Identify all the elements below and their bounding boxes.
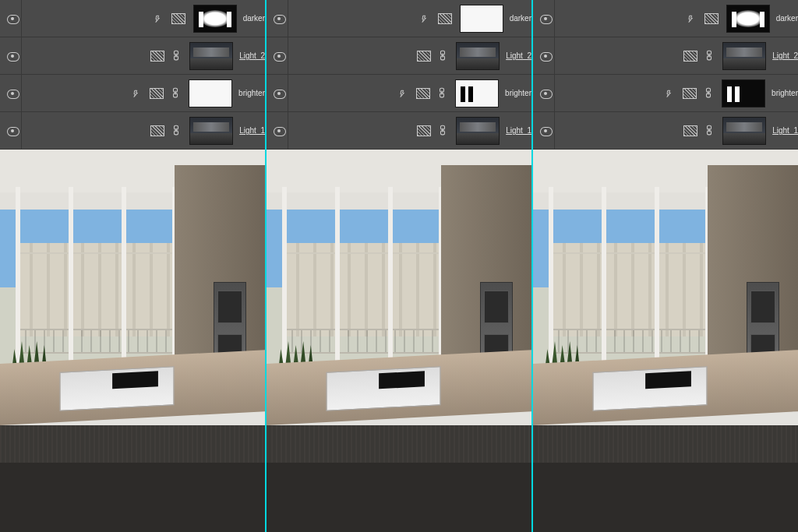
fx-icon[interactable]: [397, 89, 408, 98]
visibility-toggle[interactable]: [270, 112, 288, 149]
visibility-toggle[interactable]: [536, 0, 555, 37]
layers-panel: darkerLight_2brighterLight_1: [267, 0, 531, 150]
eye-icon: [540, 15, 551, 23]
link-icon[interactable]: [705, 125, 716, 137]
eye-icon: [274, 52, 284, 60]
layer-thumbnail[interactable]: [189, 42, 233, 70]
adjustment-icon[interactable]: [438, 13, 452, 24]
layer-row[interactable]: brighter: [533, 75, 798, 112]
visibility-toggle[interactable]: [3, 0, 22, 37]
layer-row[interactable]: Light_1: [0, 112, 265, 150]
layer-name[interactable]: Light_2: [506, 51, 531, 60]
adjustment-icon[interactable]: [416, 88, 430, 99]
visibility-toggle[interactable]: [536, 37, 555, 74]
link-icon[interactable]: [705, 50, 716, 62]
adjustment-icon[interactable]: [417, 125, 431, 136]
layer-row[interactable]: Light_2: [0, 37, 265, 75]
visibility-toggle[interactable]: [3, 112, 22, 149]
layer-row[interactable]: Light_1: [533, 112, 798, 150]
layer-thumbnail[interactable]: [722, 117, 766, 145]
eye-icon: [540, 127, 551, 135]
variant-column-2: darkerLight_2brighterLight_1: [267, 0, 531, 532]
layer-row[interactable]: Light_2: [533, 37, 798, 75]
visibility-toggle[interactable]: [3, 37, 22, 74]
layer-mask-thumbnail[interactable]: [460, 5, 503, 33]
fx-icon[interactable]: [419, 14, 430, 23]
adjustment-icon[interactable]: [150, 125, 164, 136]
link-icon[interactable]: [704, 87, 715, 100]
visibility-toggle[interactable]: [270, 75, 288, 111]
layer-name[interactable]: Light_1: [772, 126, 798, 135]
layers-panel: darkerLight_2brighterLight_1: [0, 0, 265, 150]
visibility-toggle[interactable]: [536, 75, 555, 111]
layer-row[interactable]: Light_1: [267, 112, 531, 150]
eye-icon: [274, 127, 284, 135]
kitchen-render: [533, 150, 798, 532]
layer-mask-thumbnail[interactable]: [189, 79, 232, 107]
layer-name[interactable]: Light_2: [772, 51, 798, 60]
eye-icon: [540, 90, 551, 97]
visibility-toggle[interactable]: [536, 112, 555, 149]
layer-row[interactable]: Light_2: [267, 37, 531, 75]
eye-icon: [540, 52, 551, 60]
layer-row[interactable]: darker: [267, 0, 531, 37]
visibility-toggle[interactable]: [270, 0, 288, 37]
adjustment-icon[interactable]: [417, 51, 431, 62]
layer-mask-thumbnail[interactable]: [726, 5, 770, 33]
link-icon[interactable]: [172, 125, 183, 137]
layer-row[interactable]: darker: [533, 0, 798, 37]
layer-name[interactable]: darker: [776, 14, 798, 23]
layer-thumbnail[interactable]: [456, 42, 500, 70]
fx-icon[interactable]: [686, 14, 697, 23]
eye-icon: [7, 15, 18, 23]
layer-name[interactable]: brighter: [505, 89, 531, 97]
variant-column-3: darkerLight_2brighterLight_1: [533, 0, 798, 532]
eye-icon: [7, 90, 18, 97]
layer-mask-thumbnail[interactable]: [722, 79, 765, 107]
adjustment-icon[interactable]: [704, 13, 719, 24]
fx-icon[interactable]: [664, 89, 675, 98]
layer-row[interactable]: brighter: [267, 75, 531, 112]
eye-icon: [274, 15, 284, 23]
layer-name[interactable]: Light_2: [239, 51, 265, 60]
visibility-toggle[interactable]: [3, 75, 22, 111]
kitchen-render: [0, 150, 265, 532]
layers-panel: darkerLight_2brighterLight_1: [533, 0, 798, 150]
layer-name[interactable]: Light_1: [239, 126, 265, 135]
layer-name[interactable]: Light_1: [506, 126, 531, 135]
adjustment-icon[interactable]: [150, 51, 164, 62]
layer-thumbnail[interactable]: [722, 42, 766, 70]
layer-name[interactable]: darker: [510, 14, 531, 23]
layer-thumbnail[interactable]: [456, 117, 500, 145]
link-icon[interactable]: [438, 87, 449, 100]
adjustment-icon[interactable]: [683, 51, 697, 62]
layer-name[interactable]: brighter: [772, 89, 798, 97]
adjustment-icon[interactable]: [683, 125, 697, 136]
link-icon[interactable]: [172, 50, 183, 62]
layer-mask-thumbnail[interactable]: [455, 79, 499, 107]
adjustment-icon[interactable]: [150, 88, 164, 99]
link-icon[interactable]: [439, 50, 450, 62]
eye-icon: [274, 90, 284, 97]
layer-thumbnail[interactable]: [189, 117, 233, 145]
adjustment-icon[interactable]: [683, 88, 697, 99]
layer-name[interactable]: darker: [243, 14, 265, 23]
adjustment-icon[interactable]: [171, 13, 185, 24]
layer-row[interactable]: darker: [0, 0, 265, 37]
layer-mask-thumbnail[interactable]: [193, 5, 237, 33]
eye-icon: [7, 127, 18, 135]
kitchen-render: [267, 150, 531, 532]
link-icon[interactable]: [171, 87, 182, 100]
variant-column-1: darkerLight_2brighterLight_1: [0, 0, 265, 532]
link-icon[interactable]: [439, 125, 450, 137]
layer-row[interactable]: brighter: [0, 75, 265, 112]
eye-icon: [7, 52, 18, 60]
fx-icon[interactable]: [153, 14, 164, 23]
fx-icon[interactable]: [131, 89, 142, 98]
visibility-toggle[interactable]: [270, 37, 288, 74]
layer-name[interactable]: brighter: [238, 89, 265, 97]
